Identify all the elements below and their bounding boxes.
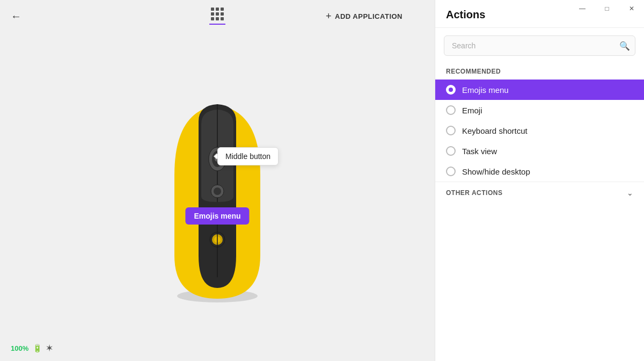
plus-icon: + [326, 11, 332, 22]
radio-emojis-menu [446, 85, 456, 95]
middle-button-tooltip: Middle button [217, 147, 279, 165]
action-label-emoji: Emoji [462, 106, 482, 115]
radio-emoji [446, 105, 456, 115]
action-label-task-view: Task view [462, 147, 497, 156]
apps-underline [209, 24, 225, 25]
minimize-button[interactable]: — [570, 0, 595, 17]
radio-show-hide-desktop [446, 167, 456, 176]
radio-keyboard-shortcut [446, 126, 456, 135]
other-actions-label: OTHER ACTIONS [446, 189, 502, 197]
emojis-label-text: Emojis menu [194, 212, 240, 220]
action-item-show-hide-desktop[interactable]: Show/hide desktop [435, 161, 644, 182]
mouse-wrapper: logi Middle button Emojis menu [148, 89, 287, 304]
recommended-label: RECOMMENDED [435, 63, 644, 80]
search-input[interactable] [444, 35, 635, 56]
mouse-illustration: logi [148, 89, 287, 304]
action-label-show-hide-desktop: Show/hide desktop [462, 167, 530, 176]
action-item-emojis-menu[interactable]: Emojis menu [435, 80, 644, 100]
add-application-button[interactable]: + ADD APPLICATION [326, 11, 402, 22]
tooltip-text: Middle button [225, 152, 270, 161]
apps-icon-button[interactable] [209, 8, 225, 25]
search-icon[interactable]: 🔍 [619, 41, 630, 51]
close-button[interactable]: ✕ [619, 0, 644, 17]
radio-task-view [446, 146, 456, 156]
maximize-button[interactable]: □ [595, 0, 619, 17]
action-item-emoji[interactable]: Emoji [435, 100, 644, 120]
battery-percentage: 100% [11, 344, 28, 352]
action-item-keyboard-shortcut[interactable]: Keyboard shortcut [435, 120, 644, 141]
action-label-emojis-menu: Emojis menu [462, 85, 509, 95]
add-app-label: ADD APPLICATION [335, 12, 402, 20]
right-panel: — □ ✕ Actions 🔍 RECOMMENDED Emojis menu … [435, 0, 644, 361]
apps-grid-icon [211, 8, 224, 20]
chevron-down-icon: ⌄ [627, 189, 633, 197]
search-box: 🔍 [444, 35, 635, 56]
window-controls: — □ ✕ [570, 0, 644, 17]
back-button[interactable]: ← [11, 10, 21, 23]
status-bar: 100% 🔋 ✶ [11, 344, 53, 352]
emojis-menu-label[interactable]: Emojis menu [185, 207, 249, 225]
battery-icon: 🔋 [33, 344, 42, 352]
action-item-task-view[interactable]: Task view [435, 141, 644, 161]
mouse-canvas: logi Middle button Emojis menu [0, 32, 435, 361]
action-label-keyboard-shortcut: Keyboard shortcut [462, 126, 528, 135]
svg-point-6 [214, 187, 221, 195]
top-bar: ← + ADD APPLICATION [0, 0, 435, 32]
bluetooth-icon: ✶ [46, 344, 53, 352]
other-actions-header[interactable]: OTHER ACTIONS ⌄ [435, 182, 644, 204]
main-area: ← + ADD APPLICATION [0, 0, 435, 361]
